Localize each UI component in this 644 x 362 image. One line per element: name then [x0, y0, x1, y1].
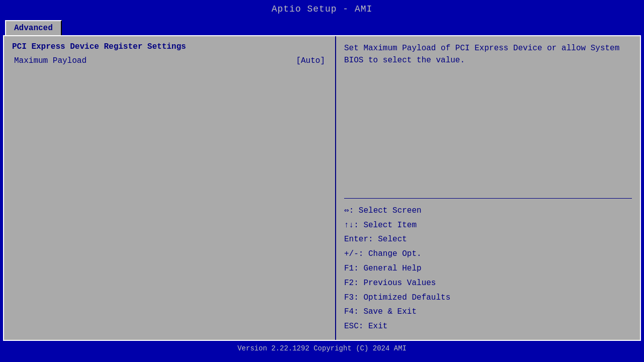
footer: Version 2.22.1292 Copyright (C) 2024 AMI: [0, 341, 644, 356]
key-plus-minus: +/-:: [344, 249, 368, 258]
tab-advanced[interactable]: Advanced: [5, 20, 62, 35]
section-title: PCI Express Device Register Settings: [12, 42, 327, 51]
action-f4: Save & Exit: [363, 307, 417, 316]
setting-name: Maximum Payload: [14, 56, 87, 65]
keybindings: ⇔: Select Screen ↑↓: Select Item Enter: …: [344, 204, 632, 334]
action-enter: Select: [378, 235, 407, 244]
key-f1: F1:: [344, 264, 363, 273]
title-bar: Aptio Setup - AMI: [0, 0, 644, 18]
action-f2: Previous Values: [363, 279, 436, 288]
keybind-select-screen: ⇔: Select Screen: [344, 204, 632, 218]
action-f1: General Help: [363, 264, 421, 273]
action-esc: Exit: [368, 322, 387, 331]
key-arrows-ud: ↑↓:: [344, 221, 363, 230]
action-select-screen: Select Screen: [359, 206, 422, 215]
main-area: PCI Express Device Register Settings Max…: [3, 35, 641, 341]
right-panel: Set Maximum Payload of PCI Express Devic…: [336, 36, 640, 340]
divider: [344, 198, 632, 199]
key-f4: F4:: [344, 307, 363, 316]
key-esc: ESC:: [344, 322, 368, 331]
keybind-change-opt: +/-: Change Opt.: [344, 247, 632, 261]
keybind-enter: Enter: Select: [344, 232, 632, 247]
footer-text: Version 2.22.1292 Copyright (C) 2024 AMI: [237, 344, 407, 352]
tab-bar: Advanced: [0, 18, 644, 35]
action-change-opt: Change Opt.: [368, 249, 422, 258]
keybind-f2: F2: Previous Values: [344, 276, 632, 291]
keybind-f1: F1: General Help: [344, 261, 632, 276]
left-panel: PCI Express Device Register Settings Max…: [4, 36, 336, 340]
setting-row-maximum-payload[interactable]: Maximum Payload [Auto]: [12, 55, 327, 66]
key-f2: F2:: [344, 279, 363, 288]
key-enter: Enter:: [344, 235, 378, 244]
action-f3: Optimized Defaults: [363, 293, 450, 302]
action-select-item: Select Item: [363, 221, 417, 230]
keybind-esc: ESC: Exit: [344, 319, 632, 334]
help-text: Set Maximum Payload of PCI Express Devic…: [344, 42, 632, 193]
key-arrows-lr: ⇔:: [344, 206, 359, 215]
setting-value: [Auto]: [296, 56, 325, 65]
keybind-select-item: ↑↓: Select Item: [344, 218, 632, 233]
app-title: Aptio Setup - AMI: [272, 4, 373, 14]
keybind-f4: F4: Save & Exit: [344, 305, 632, 319]
key-f3: F3:: [344, 293, 363, 302]
keybind-f3: F3: Optimized Defaults: [344, 291, 632, 305]
